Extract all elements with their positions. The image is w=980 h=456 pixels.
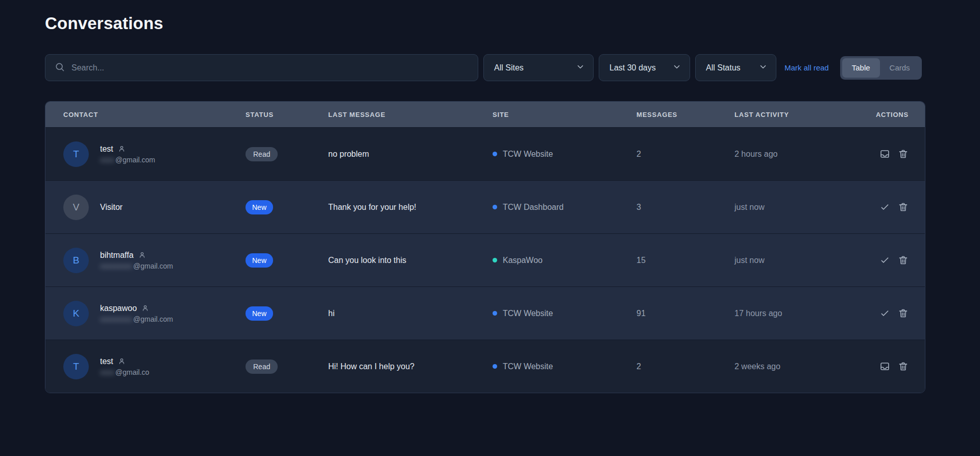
status-badge: New — [246, 253, 273, 268]
chevron-down-icon — [752, 62, 768, 74]
column-header-last-message: LAST MESSAGE — [328, 111, 493, 118]
last-message: hi — [328, 309, 493, 318]
sites-filter-label: All Sites — [494, 63, 524, 73]
search-input[interactable] — [71, 63, 469, 73]
search-icon — [55, 62, 65, 74]
column-header-contact: CONTACT — [63, 111, 246, 118]
mail-icon[interactable] — [879, 149, 890, 159]
avatar: T — [63, 354, 89, 379]
avatar: B — [63, 248, 89, 273]
status-badge: Read — [246, 147, 278, 161]
trash-icon[interactable] — [898, 308, 909, 319]
trash-icon[interactable] — [898, 361, 909, 372]
mark-all-read-link[interactable]: Mark all read — [785, 63, 829, 72]
message-count: 2 — [636, 150, 734, 159]
sites-filter-dropdown[interactable]: All Sites — [483, 54, 594, 81]
view-toggle: Table Cards — [840, 56, 922, 80]
last-activity: 2 hours ago — [734, 150, 864, 159]
message-count: 3 — [636, 203, 734, 212]
column-header-status: STATUS — [246, 111, 328, 118]
conversations-table: CONTACT STATUS LAST MESSAGE SITE MESSAGE… — [45, 101, 925, 393]
column-header-site: SITE — [493, 111, 636, 118]
last-activity: just now — [734, 256, 864, 265]
trash-icon[interactable] — [898, 255, 909, 266]
trash-icon[interactable] — [898, 149, 909, 159]
last-message: no problem — [328, 150, 493, 159]
table-row[interactable]: B bihtmaffa xxxxxxxxx@gmail.com New Can … — [45, 233, 925, 286]
status-badge: Read — [246, 359, 278, 374]
date-range-label: Last 30 days — [609, 63, 656, 73]
site-name: TCW Website — [503, 362, 553, 371]
person-icon — [138, 251, 146, 259]
avatar: K — [63, 301, 89, 326]
page-title: Conversations — [45, 14, 925, 33]
contact-email: xxxx@gmail.co — [100, 368, 149, 376]
avatar: T — [63, 141, 89, 167]
contact-name: test — [100, 357, 113, 366]
check-icon[interactable] — [879, 255, 890, 266]
contact-name: bihtmaffa — [100, 251, 134, 260]
date-range-dropdown[interactable]: Last 30 days — [599, 54, 690, 81]
last-message: Can you look into this — [328, 256, 493, 265]
last-activity: 2 weeks ago — [734, 362, 864, 371]
trash-icon[interactable] — [898, 202, 909, 212]
check-icon[interactable] — [879, 202, 890, 212]
column-header-actions: ACTIONS — [864, 111, 909, 118]
site-name: TCW Website — [503, 309, 553, 318]
table-header-row: CONTACT STATUS LAST MESSAGE SITE MESSAGE… — [45, 102, 925, 127]
last-message: Hi! How can I help you? — [328, 362, 493, 371]
site-dot — [493, 152, 497, 156]
contact-name: Visitor — [100, 203, 122, 212]
contact-name: kaspawoo — [100, 304, 137, 313]
table-row[interactable]: K kaspawoo xxxxxxxxx@gmail.com New hi TC… — [45, 286, 925, 340]
avatar: V — [63, 195, 89, 220]
table-row[interactable]: T test xxxx@gmail.co Read Hi! How can I … — [45, 340, 925, 393]
search-box[interactable] — [45, 54, 478, 81]
person-icon — [118, 357, 126, 365]
table-row[interactable]: V Visitor New Thank you for your help! T… — [45, 180, 925, 233]
message-count: 15 — [636, 256, 734, 265]
status-filter-dropdown[interactable]: All Status — [695, 54, 776, 81]
mail-icon[interactable] — [879, 361, 890, 372]
site-dot — [493, 205, 497, 209]
cards-view-button[interactable]: Cards — [880, 58, 920, 78]
check-icon[interactable] — [879, 308, 890, 319]
person-icon — [141, 304, 149, 312]
status-badge: New — [246, 306, 273, 321]
contact-email: xxxx@gmail.com — [100, 156, 155, 164]
contact-email: xxxxxxxxx@gmail.com — [100, 262, 173, 270]
status-filter-label: All Status — [706, 63, 741, 73]
toolbar: All Sites Last 30 days All Status Mark a… — [45, 54, 925, 81]
chevron-down-icon — [570, 62, 585, 74]
conversations-page: Conversations All Sites Last 30 days All… — [45, 0, 925, 393]
last-activity: 17 hours ago — [734, 309, 864, 318]
column-header-messages: MESSAGES — [636, 111, 734, 118]
site-name: KaspaWoo — [503, 256, 543, 265]
message-count: 2 — [636, 362, 734, 371]
site-dot — [493, 258, 497, 262]
contact-email: xxxxxxxxx@gmail.com — [100, 315, 173, 323]
column-header-last-activity: LAST ACTIVITY — [734, 111, 864, 118]
site-name: TCW Dashboard — [503, 203, 564, 212]
last-message: Thank you for your help! — [328, 203, 493, 212]
site-dot — [493, 311, 497, 316]
contact-name: test — [100, 145, 113, 154]
site-name: TCW Website — [503, 150, 553, 159]
site-dot — [493, 364, 497, 369]
status-badge: New — [246, 200, 273, 214]
table-row[interactable]: T test xxxx@gmail.com Read no problem TC… — [45, 127, 925, 180]
chevron-down-icon — [666, 62, 681, 74]
table-view-button[interactable]: Table — [842, 58, 880, 78]
person-icon — [118, 145, 126, 153]
last-activity: just now — [734, 203, 864, 212]
message-count: 91 — [636, 309, 734, 318]
